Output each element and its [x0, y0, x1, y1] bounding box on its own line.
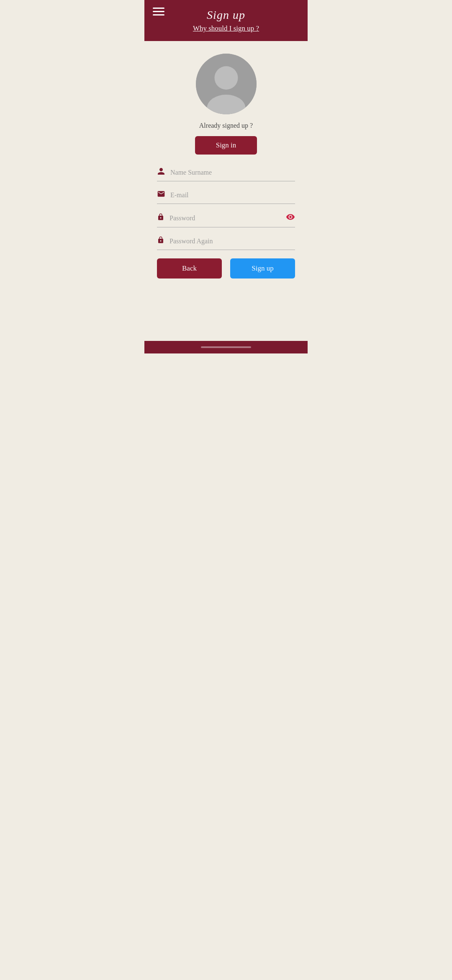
- menu-icon[interactable]: [153, 8, 164, 15]
- email-input[interactable]: [170, 191, 295, 199]
- main-content: Already signed up ? Sign in: [144, 41, 308, 341]
- sign-in-button[interactable]: Sign in: [195, 136, 257, 155]
- password-input[interactable]: [170, 214, 282, 222]
- why-signup-link[interactable]: Why should I sign up ?: [193, 24, 259, 33]
- avatar[interactable]: [196, 54, 257, 114]
- email-field-group: [157, 190, 295, 204]
- svg-point-1: [214, 66, 238, 90]
- form-container: Back Sign up: [157, 167, 295, 279]
- signup-button[interactable]: Sign up: [230, 258, 295, 279]
- email-icon: [157, 190, 165, 200]
- lock-icon: [157, 213, 164, 223]
- password-again-field-group: [157, 236, 295, 250]
- action-buttons: Back Sign up: [157, 258, 295, 279]
- person-icon: [157, 167, 165, 178]
- already-signed-up-text: Already signed up ?: [199, 122, 253, 129]
- bottom-indicator: [201, 346, 251, 348]
- bottom-bar: [144, 341, 308, 353]
- back-button[interactable]: Back: [157, 258, 222, 279]
- password-field-group: [157, 212, 295, 227]
- header: Sign up Why should I sign up ?: [144, 0, 308, 41]
- page-title: Sign up: [207, 8, 245, 22]
- name-input[interactable]: [170, 169, 295, 176]
- password-again-input[interactable]: [170, 237, 295, 245]
- name-field-group: [157, 167, 295, 181]
- eye-icon[interactable]: [286, 212, 295, 224]
- lock-again-icon: [157, 236, 164, 246]
